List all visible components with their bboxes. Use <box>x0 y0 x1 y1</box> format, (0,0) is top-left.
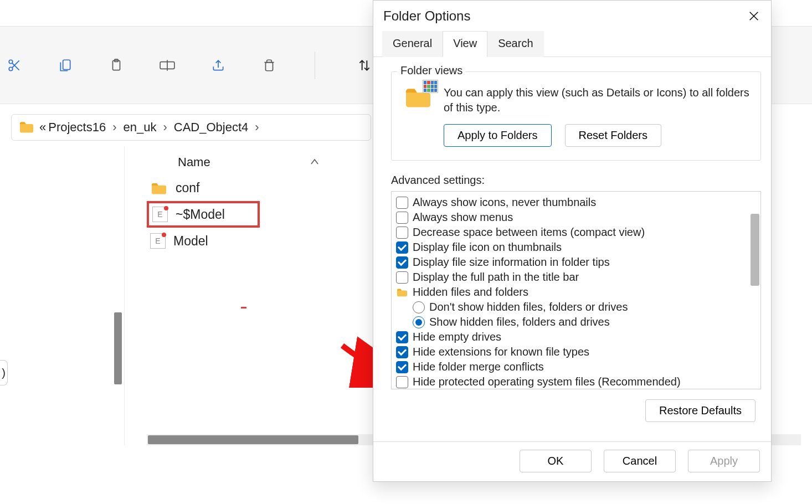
restore-defaults-button[interactable]: Restore Defaults <box>645 399 756 422</box>
setting-item[interactable]: Display the full path in the title bar <box>396 270 756 285</box>
chevron-right-icon: › <box>158 120 171 135</box>
setting-item: Hidden files and folders <box>396 285 756 300</box>
cad-file-icon: E <box>150 233 166 249</box>
reset-folders-button[interactable]: Reset Folders <box>565 124 662 147</box>
folder-views-group: Folder views You can apply this view (su… <box>391 71 761 161</box>
dialog-titlebar: Folder Options <box>373 1 771 30</box>
file-row[interactable]: EModel <box>147 228 313 254</box>
svg-rect-6 <box>266 62 273 70</box>
nav-scrollbar[interactable] <box>113 312 124 384</box>
setting-label: Show hidden files, folders and drives <box>429 316 610 328</box>
folder-icon <box>18 121 35 134</box>
paste-icon[interactable] <box>107 56 125 74</box>
checkbox[interactable] <box>396 376 408 388</box>
sort-asc-icon <box>310 158 319 165</box>
tab-general[interactable]: General <box>382 31 443 57</box>
cancel-button[interactable]: Cancel <box>604 450 676 472</box>
svg-point-0 <box>9 67 13 71</box>
setting-label: Hidden files and folders <box>413 286 528 299</box>
setting-item[interactable]: Display file size information in folder … <box>396 255 756 270</box>
dialog-title: Folder Options <box>383 8 470 24</box>
folder-views-legend: Folder views <box>397 64 466 77</box>
checkbox[interactable] <box>396 361 408 373</box>
breadcrumb-bar[interactable]: « Projects16 › en_uk › CAD_Object4 › <box>11 114 371 141</box>
handle-glyph: ) <box>2 367 6 379</box>
crumb-item[interactable]: en_uk <box>124 120 157 135</box>
folder-icon <box>150 181 168 196</box>
close-button[interactable] <box>747 9 761 23</box>
setting-label: Hide protected operating system files (R… <box>413 376 681 388</box>
crumb-item[interactable]: CAD_Object4 <box>174 120 249 135</box>
setting-label: Always show menus <box>413 211 513 224</box>
file-name: ~$Model <box>176 207 225 222</box>
checkbox[interactable] <box>396 197 408 209</box>
file-row[interactable]: E~$Model <box>147 201 260 228</box>
apply-button[interactable]: Apply <box>688 450 760 472</box>
cut-icon[interactable] <box>6 56 23 74</box>
checkbox[interactable] <box>396 331 408 343</box>
setting-item[interactable]: Hide folder merge conflicts <box>396 359 756 374</box>
cad-file-icon: E <box>152 207 168 222</box>
setting-label: Always show icons, never thumbnails <box>413 196 596 209</box>
settings-scrollbar[interactable] <box>751 214 759 286</box>
checkbox[interactable] <box>396 346 408 358</box>
folder-icon <box>396 287 408 297</box>
setting-item[interactable]: Always show icons, never thumbnails <box>396 195 756 210</box>
setting-label: Hide extensions for known file types <box>413 346 589 358</box>
svg-rect-2 <box>63 60 70 69</box>
folder-views-text: You can apply this view (such as Details… <box>444 85 749 115</box>
setting-item[interactable]: Always show menus <box>396 210 756 225</box>
checkbox[interactable] <box>396 256 408 269</box>
setting-item[interactable]: Decrease space between items (compact vi… <box>396 225 756 240</box>
setting-label: Don't show hidden files, folders or driv… <box>429 301 628 313</box>
checkbox[interactable] <box>396 271 408 284</box>
copy-icon[interactable] <box>56 56 74 74</box>
rename-icon[interactable] <box>158 56 176 74</box>
checkbox[interactable] <box>396 241 408 254</box>
svg-point-1 <box>9 60 13 64</box>
folder-views-icon <box>403 85 434 110</box>
radio[interactable] <box>413 301 425 313</box>
breadcrumb: « Projects16 › en_uk › CAD_Object4 › <box>39 120 264 135</box>
tab-search[interactable]: Search <box>487 31 543 57</box>
delete-icon[interactable] <box>260 56 278 74</box>
advanced-settings-list[interactable]: Always show icons, never thumbnailsAlway… <box>391 191 761 389</box>
nav-collapse-handle[interactable]: ) <box>0 360 8 385</box>
crumb-prefix: « <box>39 120 46 135</box>
setting-item[interactable]: Hide extensions for known file types <box>396 344 756 359</box>
setting-label: Decrease space between items (compact vi… <box>413 226 645 239</box>
radio[interactable] <box>413 316 425 328</box>
setting-item[interactable]: Show hidden files, folders and drives <box>396 315 756 330</box>
setting-label: Display the full path in the title bar <box>413 271 579 284</box>
chevron-right-icon: › <box>108 120 121 135</box>
advanced-settings-label: Advanced settings: <box>391 174 771 187</box>
tab-view[interactable]: View <box>443 31 487 57</box>
dialog-footer: OK Cancel Apply <box>373 441 771 481</box>
share-icon[interactable] <box>209 56 227 74</box>
setting-item[interactable]: Hide protected operating system files (R… <box>396 374 756 389</box>
annotation-mark <box>241 307 246 308</box>
column-header-label: Name <box>178 155 210 169</box>
checkbox[interactable] <box>396 212 408 224</box>
file-name: Model <box>173 234 208 249</box>
tab-strip: General View Search <box>373 30 771 57</box>
chevron-right-icon: › <box>250 120 263 135</box>
folder-options-dialog: Folder Options General View Search Folde… <box>373 0 772 482</box>
ok-button[interactable]: OK <box>520 450 592 472</box>
nav-pane: ) <box>0 146 125 445</box>
crumb-item[interactable]: Projects16 <box>48 120 106 135</box>
setting-item[interactable]: Display file icon on thumbnails <box>396 240 756 255</box>
setting-label: Hide folder merge conflicts <box>413 361 544 373</box>
file-row[interactable]: conf <box>147 175 313 201</box>
toolbar-separator <box>315 52 315 79</box>
checkbox[interactable] <box>396 227 408 239</box>
setting-item[interactable]: Hide empty drives <box>396 330 756 344</box>
setting-label: Hide empty drives <box>413 331 501 343</box>
setting-label: Display file icon on thumbnails <box>413 241 562 254</box>
file-name: conf <box>176 181 199 196</box>
apply-to-folders-button[interactable]: Apply to Folders <box>444 124 552 147</box>
setting-label: Display file size information in folder … <box>413 256 610 269</box>
setting-item[interactable]: Don't show hidden files, folders or driv… <box>396 300 756 315</box>
